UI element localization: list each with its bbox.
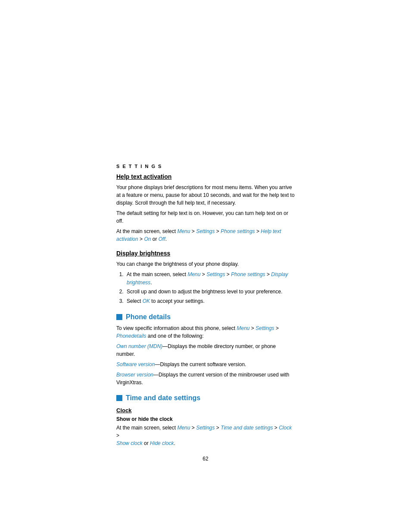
phone-details-heading-text: Phone details: [126, 313, 171, 321]
phone-item1: Own number (MDN)—Displays the mobile dir…: [116, 342, 295, 358]
help-path-menu: Menu: [177, 228, 190, 234]
step3-ok: OK: [143, 298, 150, 304]
step3-suffix: to accept your settings.: [150, 298, 205, 304]
phone-item2-suffix: —Displays the current software version.: [155, 361, 246, 367]
display-brightness-intro: You can change the brightness of your ph…: [116, 260, 295, 268]
clock-path-clock: Clock: [279, 425, 292, 431]
phone-item1-link: Own number (MDN): [116, 343, 162, 349]
help-path-sep4: >: [138, 236, 144, 242]
help-path-sep2: >: [215, 228, 221, 234]
phone-intro-menu: Menu: [237, 325, 249, 331]
help-path-or: or: [151, 236, 158, 242]
step1-menu: Menu: [187, 271, 200, 277]
phone-intro-prefix: To view specific information about this …: [116, 325, 237, 331]
show-hide-title: Show or hide the clock: [116, 416, 295, 422]
step3-prefix: Select: [127, 298, 143, 304]
help-path-sep3: >: [255, 228, 261, 234]
phone-item3: Browser version—Displays the current ver…: [116, 371, 295, 386]
help-path-off: Off: [159, 236, 165, 242]
clock-path-period: .: [174, 440, 175, 446]
clock-path-sep1: >: [190, 425, 196, 431]
clock-path-prefix: At the main screen, select: [116, 425, 177, 431]
phone-intro-sep2: >: [274, 325, 279, 331]
step1-period: .: [150, 280, 152, 286]
phone-item2-link: Software version: [116, 361, 155, 367]
clock-path-sep4: >: [116, 432, 119, 439]
help-path-sep1: >: [190, 228, 196, 234]
phone-intro-sep1: >: [250, 325, 256, 331]
display-step1: At the main screen, select Menu > Settin…: [125, 271, 295, 287]
help-path-settings: Settings: [196, 228, 215, 234]
phone-item2: Software version—Displays the current so…: [116, 361, 295, 368]
phone-details-section: Phone details To view specific informati…: [116, 313, 295, 386]
help-text-paragraph2: The default setting for help text is on.…: [116, 209, 295, 225]
step1-sep2: >: [225, 271, 231, 277]
time-date-heading-text: Time and date settings: [126, 394, 200, 402]
step1-prefix: At the main screen, select: [127, 271, 187, 277]
section-label: S e t t i n g s: [116, 164, 295, 169]
phone-intro-details: details: [131, 333, 146, 339]
time-date-section: Time and date settings Clock Show or hid…: [116, 394, 295, 447]
display-step3: Select OK to accept your settings.: [125, 297, 295, 305]
clock-path-show: Show clock: [116, 440, 143, 446]
clock-path-or: or: [143, 440, 150, 446]
help-text-title: Help text activation: [116, 173, 295, 180]
help-path-phone-settings: Phone settings: [221, 228, 255, 234]
step1-sep3: >: [265, 271, 271, 277]
phone-intro-phone: Phone: [116, 333, 131, 339]
help-text-paragraph1: Your phone displays brief descriptions f…: [116, 184, 295, 207]
display-brightness-section: Display brightness You can change the br…: [116, 250, 295, 305]
display-step2: Scroll up and down to adjust the brightn…: [125, 288, 295, 296]
phone-intro-settings: Settings: [255, 325, 274, 331]
help-path-period: .: [165, 236, 167, 242]
clock-path-menu: Menu: [177, 425, 190, 431]
phone-details-intro: To view specific information about this …: [116, 324, 295, 340]
display-brightness-steps: At the main screen, select Menu > Settin…: [125, 271, 295, 305]
clock-title: Clock: [116, 407, 295, 414]
step1-settings: Settings: [206, 271, 225, 277]
clock-path-sep2: >: [215, 425, 221, 431]
page-number: 62: [116, 456, 295, 462]
clock-path-time: Time and date settings: [221, 425, 273, 431]
step1-sep1: >: [200, 271, 206, 277]
phone-details-heading: Phone details: [116, 313, 295, 321]
clock-path-hide: Hide clock: [150, 440, 174, 446]
blue-square-icon: [116, 314, 122, 320]
clock-path: At the main screen, select Menu > Settin…: [116, 424, 295, 447]
content-area: S e t t i n g s Help text activation You…: [0, 0, 411, 496]
help-text-section: Help text activation Your phone displays…: [116, 173, 295, 243]
time-date-heading: Time and date settings: [116, 394, 295, 402]
clock-path-sep3: >: [273, 425, 279, 431]
help-text-path: At the main screen, select Menu > Settin…: [116, 227, 295, 243]
clock-path-settings: Settings: [196, 425, 215, 431]
phone-intro-suffix: and one of the following:: [146, 333, 203, 339]
page-container: S e t t i n g s Help text activation You…: [0, 0, 411, 532]
display-brightness-title: Display brightness: [116, 250, 295, 257]
phone-item3-link: Browser version: [116, 372, 153, 378]
help-path-on: On: [144, 236, 151, 242]
step1-phone-settings: Phone settings: [231, 271, 265, 277]
blue-square-icon-2: [116, 395, 122, 401]
help-path-prefix: At the main screen, select: [116, 228, 177, 234]
